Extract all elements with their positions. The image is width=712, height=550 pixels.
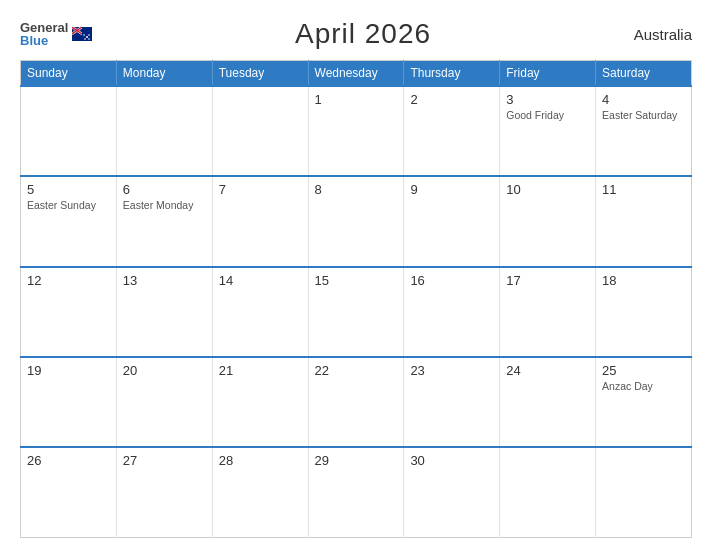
calendar-week-row: 123Good Friday4Easter Saturday	[21, 86, 692, 176]
svg-rect-6	[82, 27, 92, 34]
calendar-week-row: 2627282930	[21, 447, 692, 537]
table-row: 15	[308, 267, 404, 357]
col-saturday: Saturday	[596, 61, 692, 87]
day-number: 17	[506, 273, 589, 288]
holiday-label: Good Friday	[506, 109, 589, 121]
svg-point-11	[89, 38, 91, 40]
table-row: 14	[212, 267, 308, 357]
table-row: 24	[500, 357, 596, 447]
calendar-week-row: 5Easter Sunday6Easter Monday7891011	[21, 176, 692, 266]
calendar-week-row: 12131415161718	[21, 267, 692, 357]
table-row	[21, 86, 117, 176]
day-number: 1	[315, 92, 398, 107]
day-number: 25	[602, 363, 685, 378]
table-row: 5Easter Sunday	[21, 176, 117, 266]
day-number: 4	[602, 92, 685, 107]
day-number: 26	[27, 453, 110, 468]
day-number: 30	[410, 453, 493, 468]
day-number: 19	[27, 363, 110, 378]
country-label: Australia	[634, 26, 692, 43]
col-monday: Monday	[116, 61, 212, 87]
day-number: 15	[315, 273, 398, 288]
table-row: 23	[404, 357, 500, 447]
day-number: 2	[410, 92, 493, 107]
table-row: 10	[500, 176, 596, 266]
day-number: 28	[219, 453, 302, 468]
svg-point-7	[86, 36, 88, 38]
table-row: 9	[404, 176, 500, 266]
day-number: 7	[219, 182, 302, 197]
col-sunday: Sunday	[21, 61, 117, 87]
day-number: 18	[602, 273, 685, 288]
day-number: 8	[315, 182, 398, 197]
table-row: 25Anzac Day	[596, 357, 692, 447]
table-row: 7	[212, 176, 308, 266]
table-row: 19	[21, 357, 117, 447]
holiday-label: Anzac Day	[602, 380, 685, 392]
calendar-header-row: Sunday Monday Tuesday Wednesday Thursday…	[21, 61, 692, 87]
table-row: 30	[404, 447, 500, 537]
day-number: 20	[123, 363, 206, 378]
day-number: 13	[123, 273, 206, 288]
holiday-label: Easter Saturday	[602, 109, 685, 121]
day-number: 3	[506, 92, 589, 107]
table-row: 27	[116, 447, 212, 537]
day-number: 24	[506, 363, 589, 378]
day-number: 11	[602, 182, 685, 197]
table-row: 22	[308, 357, 404, 447]
table-row	[500, 447, 596, 537]
table-row: 13	[116, 267, 212, 357]
table-row: 29	[308, 447, 404, 537]
day-number: 16	[410, 273, 493, 288]
col-friday: Friday	[500, 61, 596, 87]
table-row	[116, 86, 212, 176]
calendar-week-row: 19202122232425Anzac Day	[21, 357, 692, 447]
month-title: April 2026	[295, 18, 431, 50]
day-number: 29	[315, 453, 398, 468]
table-row: 8	[308, 176, 404, 266]
day-number: 14	[219, 273, 302, 288]
col-wednesday: Wednesday	[308, 61, 404, 87]
table-row: 21	[212, 357, 308, 447]
day-number: 5	[27, 182, 110, 197]
logo-blue: Blue	[20, 34, 48, 47]
day-number: 23	[410, 363, 493, 378]
table-row: 2	[404, 86, 500, 176]
logo: General Blue	[20, 21, 92, 47]
holiday-label: Easter Monday	[123, 199, 206, 211]
table-row: 17	[500, 267, 596, 357]
day-number: 27	[123, 453, 206, 468]
col-thursday: Thursday	[404, 61, 500, 87]
table-row: 3Good Friday	[500, 86, 596, 176]
table-row: 12	[21, 267, 117, 357]
day-number: 10	[506, 182, 589, 197]
table-row	[596, 447, 692, 537]
australia-flag-icon	[72, 27, 92, 41]
svg-point-8	[84, 34, 86, 36]
day-number: 12	[27, 273, 110, 288]
day-number: 6	[123, 182, 206, 197]
table-row: 20	[116, 357, 212, 447]
header: General Blue April 2026 A	[20, 18, 692, 50]
table-row: 4Easter Saturday	[596, 86, 692, 176]
holiday-label: Easter Sunday	[27, 199, 110, 211]
table-row: 16	[404, 267, 500, 357]
day-number: 9	[410, 182, 493, 197]
svg-point-10	[85, 38, 87, 40]
table-row: 11	[596, 176, 692, 266]
svg-point-9	[89, 34, 91, 36]
col-tuesday: Tuesday	[212, 61, 308, 87]
day-number: 22	[315, 363, 398, 378]
day-number: 21	[219, 363, 302, 378]
table-row: 18	[596, 267, 692, 357]
calendar-page: General Blue April 2026 A	[0, 0, 712, 550]
table-row: 1	[308, 86, 404, 176]
table-row: 6Easter Monday	[116, 176, 212, 266]
calendar-table: Sunday Monday Tuesday Wednesday Thursday…	[20, 60, 692, 538]
table-row: 28	[212, 447, 308, 537]
table-row: 26	[21, 447, 117, 537]
table-row	[212, 86, 308, 176]
